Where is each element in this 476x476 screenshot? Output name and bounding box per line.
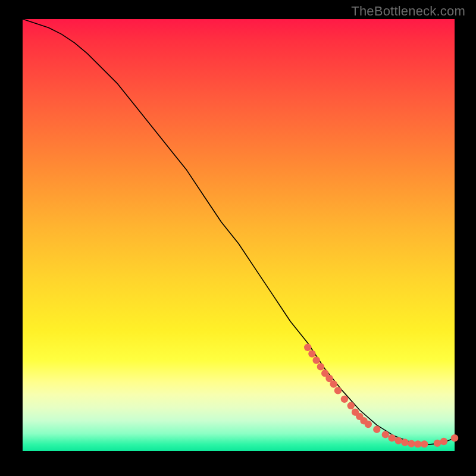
data-marker: [334, 387, 342, 394]
data-marker: [451, 434, 458, 441]
data-marker: [394, 437, 402, 444]
curve-svg: [23, 19, 455, 451]
data-marker: [389, 434, 396, 441]
data-marker: [341, 396, 348, 403]
data-marker: [317, 363, 324, 370]
data-markers: [304, 344, 458, 448]
bottleneck-curve: [23, 19, 455, 444]
data-marker: [330, 380, 337, 387]
data-marker: [401, 439, 408, 446]
data-marker: [304, 344, 311, 351]
data-marker: [414, 440, 421, 447]
data-marker: [434, 440, 441, 447]
data-marker: [382, 431, 389, 438]
data-marker: [373, 426, 380, 433]
data-marker: [408, 440, 415, 447]
data-marker: [421, 440, 428, 447]
data-marker: [440, 438, 447, 445]
watermark-text: TheBottleneck.com: [351, 4, 465, 19]
data-marker: [308, 350, 315, 357]
chart-stage: TheBottleneck.com: [0, 0, 476, 476]
data-marker: [365, 421, 372, 428]
data-marker: [313, 356, 320, 364]
plot-area: [23, 19, 455, 451]
data-marker: [347, 402, 355, 409]
